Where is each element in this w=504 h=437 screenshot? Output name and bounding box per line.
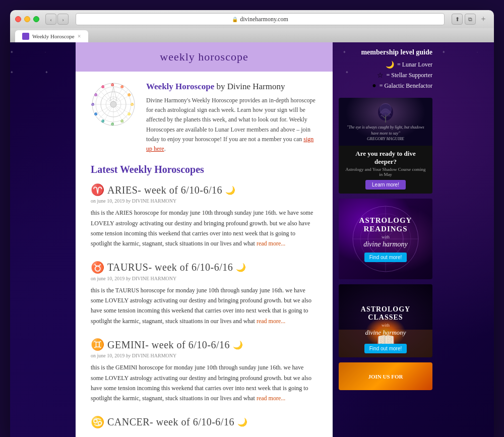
classes-find-out-button[interactable]: Find out more!: [364, 344, 407, 353]
maximize-button[interactable]: [33, 16, 39, 22]
galactic-benefactor-icon: ●: [372, 82, 376, 90]
horoscope-entry-cancer: ♋ CANCER- week of 6/10-6/16 🌙: [91, 416, 318, 429]
address-bar[interactable]: 🔒 divineharmony.com: [76, 13, 445, 25]
aries-title: ARIES- week of 6/10-6/16: [107, 184, 222, 196]
url-text: divineharmony.com: [240, 16, 288, 23]
tab-label: Weekly Horoscope: [32, 33, 75, 39]
dive-deeper-heading: Are you ready to dive deeper?: [344, 150, 427, 166]
tabs-button[interactable]: ⧉: [465, 14, 476, 25]
share-button[interactable]: ⬆: [452, 14, 463, 25]
gemini-heading: ♊ GEMINI- week of 6/10-6/16 🌙: [91, 338, 318, 351]
readings-find-out-button[interactable]: Find out more!: [364, 253, 407, 262]
cancer-lunar-icon: 🌙: [237, 417, 247, 427]
dive-deeper-text-block: Are you ready to dive deeper? Astrology …: [339, 146, 432, 194]
lunar-icon: 🌙: [225, 185, 235, 195]
classes-with: with: [343, 323, 428, 328]
tab-close-button[interactable]: ×: [78, 33, 81, 40]
close-button[interactable]: [15, 16, 21, 22]
svg-text:♋: ♋: [131, 103, 134, 106]
svg-text:♐: ♐: [94, 112, 98, 116]
gemini-meta: on JUNE 10, 2019 by DIVINE HARMONY: [91, 353, 318, 358]
membership-guide-heading: membership level guide: [339, 48, 432, 56]
svg-text:♑: ♑: [91, 103, 95, 106]
taurus-read-more[interactable]: read more...: [257, 318, 285, 325]
svg-text:♍: ♍: [120, 119, 124, 123]
intro-heading: Weekly Horoscope by Divine Harmony: [146, 82, 318, 92]
svg-text:♉: ♉: [120, 85, 124, 89]
horoscope-entry-taurus: ♉ TAURUS- week of 6/10-6/16 🌙 on JUNE 10…: [91, 261, 318, 327]
classes-content: ASTROLOGY CLASSES with divine harmony: [339, 301, 432, 341]
classes-card: 📖 ASTROLOGY CLASSES with divine harmony …: [339, 284, 432, 357]
intro-text-block: Weekly Horoscope by Divine Harmony Divin…: [146, 82, 318, 154]
cancer-heading: ♋ CANCER- week of 6/10-6/16 🌙: [91, 416, 318, 429]
gemini-read-more[interactable]: read more...: [257, 395, 285, 402]
minimize-button[interactable]: [24, 16, 30, 22]
intro-body: Divine Harmony's Weekly Horoscope provid…: [146, 96, 318, 154]
bottom-preview-card: JOIN US FOR: [339, 362, 432, 390]
taurus-symbol: ♉: [91, 261, 104, 274]
tab-favicon: [22, 33, 29, 40]
lunar-lover-icon: 🌙: [386, 60, 394, 69]
readings-content: ASTROLOGY READINGS with divine harmony F…: [339, 211, 432, 267]
membership-item-lunar: 🌙 = Lunar Lover: [339, 60, 432, 69]
dive-deeper-subtext: Astrology and Your Shadow Course coming …: [344, 167, 427, 177]
classes-title: ASTROLOGY CLASSES: [343, 305, 428, 322]
svg-text:♈: ♈: [111, 83, 114, 87]
dive-deeper-image: "The eye is always caught by light, but …: [339, 98, 432, 146]
gemini-symbol: ♊: [91, 338, 104, 351]
cancer-symbol: ♋: [91, 416, 104, 429]
learn-more-button[interactable]: Learn more!: [365, 180, 406, 190]
join-us-text: JOIN US FOR: [368, 373, 403, 380]
svg-text:♊: ♊: [128, 93, 131, 97]
latest-heading: Latest Weekly Horoscopes: [91, 164, 318, 175]
aries-text: this is the ARIES horoscope for monday j…: [91, 208, 318, 249]
horoscope-intro: ♈ ♉ ♊ ♋ ♌ ♍ ♎ ♏ ♐ ♑ ♒ ♓: [91, 82, 318, 154]
aries-symbol: ♈: [91, 183, 104, 197]
active-tab[interactable]: Weekly Horoscope ×: [15, 30, 88, 42]
galactic-benefactor-label: = Galactic Benefactor: [380, 82, 432, 90]
aries-heading: ♈ ARIES- week of 6/10-6/16 🌙: [91, 183, 318, 197]
horoscope-list: ♈ ARIES- week of 6/10-6/16 🌙 on JUNE 10,…: [91, 183, 318, 429]
tree-icon: [375, 102, 396, 122]
forward-button[interactable]: ›: [57, 14, 69, 25]
tab-bar: Weekly Horoscope ×: [10, 28, 494, 42]
title-bar: ‹ › 🔒 divineharmony.com ⬆ ⧉ +: [10, 10, 494, 28]
new-tab-button[interactable]: +: [478, 14, 489, 25]
readings-title: ASTROLOGY READINGS: [344, 216, 427, 233]
readings-with: with: [344, 234, 427, 239]
gemini-text: this is the GEMINI horoscope for monday …: [91, 362, 318, 404]
gemini-title: GEMINI- week of 6/10-6/16: [107, 339, 230, 351]
readings-card: ASTROLOGY READINGS with divine harmony F…: [339, 199, 432, 279]
quote-text: "The eye is always caught by light, but …: [343, 124, 428, 142]
svg-text:♌: ♌: [128, 112, 131, 116]
svg-text:♏: ♏: [101, 119, 105, 123]
membership-item-stellar: ☆ = Stellar Supporter: [339, 71, 432, 80]
svg-text:♒: ♒: [94, 93, 98, 97]
stellar-supporter-icon: ☆: [377, 71, 384, 80]
gemini-lunar-icon: 🌙: [233, 340, 243, 350]
cancer-title: CANCER- week of 6/10-6/16: [107, 416, 234, 428]
svg-text:♓: ♓: [101, 85, 105, 89]
aries-meta: on JUNE 10, 2019 by DIVINE HARMONY: [91, 198, 318, 204]
svg-text:♎: ♎: [111, 122, 114, 126]
horoscope-entry-aries: ♈ ARIES- week of 6/10-6/16 🌙 on JUNE 10,…: [91, 183, 318, 249]
content-section: ♈ ♉ ♊ ♋ ♌ ♍ ♎ ♏ ♐ ♑ ♒ ♓: [76, 72, 333, 437]
dive-deeper-card: "The eye is always caught by light, but …: [339, 98, 432, 194]
stellar-supporter-label: = Stellar Supporter: [387, 72, 432, 79]
taurus-lunar-icon: 🌙: [236, 263, 246, 272]
lock-icon: 🔒: [232, 17, 238, 22]
horoscope-entry-gemini: ♊ GEMINI- week of 6/10-6/16 🌙 on JUNE 10…: [91, 338, 318, 404]
aries-read-more[interactable]: read more...: [257, 240, 285, 247]
page-title: weekly horoscope: [86, 50, 323, 64]
taurus-meta: on JUNE 10, 2019 by DIVINE HARMONY: [91, 276, 318, 281]
taurus-title: TAURUS- week of 6/10-6/16: [107, 262, 233, 273]
zodiac-wheel-image: ♈ ♉ ♊ ♋ ♌ ♍ ♎ ♏ ♐ ♑ ♒ ♓: [91, 82, 136, 127]
browser-window: ‹ › 🔒 divineharmony.com ⬆ ⧉ + Weekly Hor…: [10, 10, 494, 437]
back-button[interactable]: ‹: [45, 14, 56, 25]
taurus-text: this is the TAURUS horoscope for monday …: [91, 285, 318, 327]
membership-guide: membership level guide 🌙 = Lunar Lover ☆…: [339, 48, 432, 90]
main-panel[interactable]: weekly horoscope: [76, 42, 333, 437]
taurus-heading: ♉ TAURUS- week of 6/10-6/16 🌙: [91, 261, 318, 274]
lunar-lover-label: = Lunar Lover: [397, 61, 432, 69]
membership-item-galactic: ● = Galactic Benefactor: [339, 82, 432, 90]
